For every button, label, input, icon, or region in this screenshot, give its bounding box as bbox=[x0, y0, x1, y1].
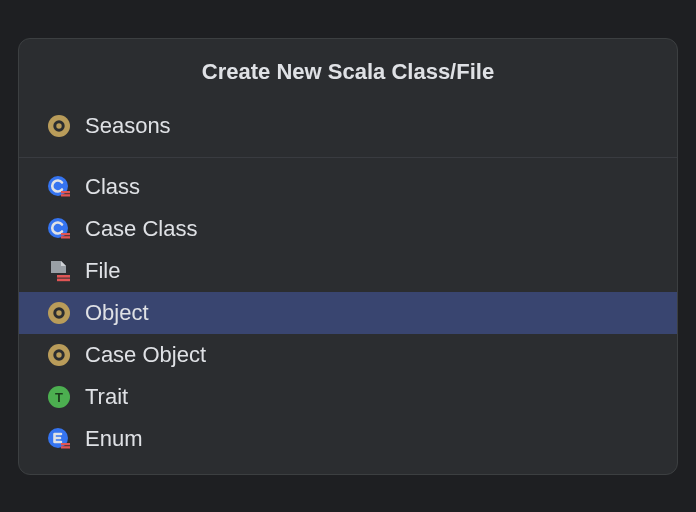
svg-point-0 bbox=[48, 115, 70, 137]
object-icon bbox=[47, 343, 71, 367]
option-label: Enum bbox=[85, 426, 142, 452]
svg-rect-17 bbox=[61, 443, 70, 445]
option-label: File bbox=[85, 258, 120, 284]
dialog-title: Create New Scala Class/File bbox=[19, 39, 677, 103]
option-case-class[interactable]: Case Class bbox=[19, 208, 677, 250]
trait-icon: T bbox=[47, 385, 71, 409]
svg-point-10 bbox=[48, 302, 70, 324]
name-input-row bbox=[19, 103, 677, 157]
svg-point-12 bbox=[48, 344, 70, 366]
new-scala-class-dialog: Create New Scala Class/File Class bbox=[18, 38, 678, 475]
object-icon bbox=[47, 114, 71, 138]
option-enum[interactable]: Enum bbox=[19, 418, 677, 460]
svg-rect-8 bbox=[57, 275, 70, 278]
svg-rect-9 bbox=[57, 278, 70, 281]
svg-rect-18 bbox=[61, 446, 70, 448]
svg-rect-7 bbox=[61, 236, 70, 238]
option-object[interactable]: Object bbox=[19, 292, 677, 334]
option-case-object[interactable]: Case Object bbox=[19, 334, 677, 376]
svg-text:T: T bbox=[55, 390, 63, 405]
option-label: Trait bbox=[85, 384, 128, 410]
option-label: Object bbox=[85, 300, 149, 326]
object-icon bbox=[47, 301, 71, 325]
class-icon bbox=[47, 217, 71, 241]
option-label: Case Object bbox=[85, 342, 206, 368]
option-trait[interactable]: T Trait bbox=[19, 376, 677, 418]
option-file[interactable]: File bbox=[19, 250, 677, 292]
option-label: Class bbox=[85, 174, 140, 200]
svg-rect-3 bbox=[61, 191, 70, 193]
file-icon bbox=[47, 259, 71, 283]
class-icon bbox=[47, 175, 71, 199]
svg-rect-4 bbox=[61, 194, 70, 196]
svg-rect-6 bbox=[61, 233, 70, 235]
kind-option-list: Class Case Class bbox=[19, 158, 677, 474]
option-class[interactable]: Class bbox=[19, 166, 677, 208]
enum-icon bbox=[47, 427, 71, 451]
option-label: Case Class bbox=[85, 216, 197, 242]
class-name-input[interactable] bbox=[85, 113, 649, 139]
